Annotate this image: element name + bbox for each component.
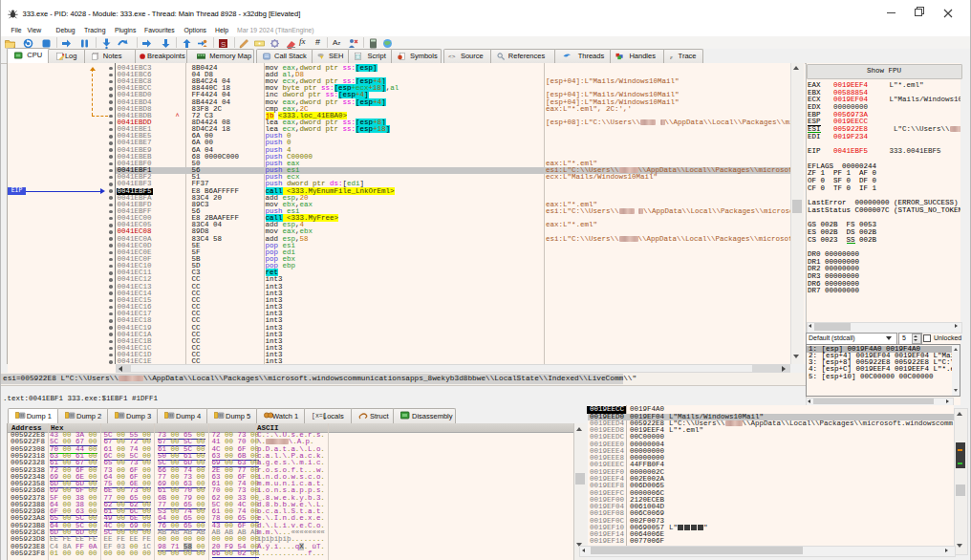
svg-text:ε: ε [670,53,673,59]
svg-text:S: S [221,39,226,48]
svg-text:<>: <> [448,54,456,60]
